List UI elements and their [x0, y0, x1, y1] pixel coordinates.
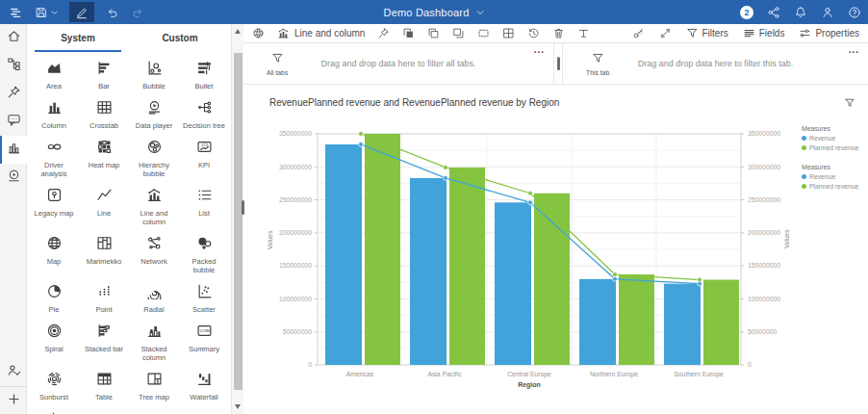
nav-play-data[interactable]: [0, 164, 27, 192]
legend-entry[interactable]: Planned revenue: [802, 144, 865, 151]
nav-comments[interactable]: [0, 108, 27, 136]
svg-text:50000000: 50000000: [748, 328, 777, 335]
save-button[interactable]: [34, 5, 59, 19]
viz-type-map[interactable]: Map: [29, 235, 79, 274]
legend-dot-icon: [802, 136, 806, 141]
viz-type-marimekko[interactable]: Marimekko: [79, 235, 129, 274]
filter-zone-divider[interactable]: [553, 43, 563, 84]
filter-zone-all-tabs[interactable]: All tabs Drag and drop data here to filt…: [243, 43, 553, 84]
expand-icon[interactable]: [659, 27, 672, 39]
viz-type-legacy-map[interactable]: Legacy map: [29, 187, 79, 226]
notifications-bell-icon[interactable]: [793, 5, 807, 19]
viz-type-stacked-bar[interactable]: Stacked bar: [79, 323, 129, 362]
viz-type-sunburst[interactable]: Sunburst: [29, 371, 79, 401]
overflow-menu-icon[interactable]: ...: [849, 44, 859, 55]
pin-icon[interactable]: [377, 27, 390, 39]
drill-key-icon[interactable]: [632, 27, 645, 39]
data-player-icon: [146, 99, 163, 119]
chart-plot[interactable]: 0050000000500000001000000001000000001500…: [243, 85, 868, 414]
tab-custom[interactable]: Custom: [129, 24, 231, 52]
viz-type-heat-map[interactable]: Heat map: [79, 139, 129, 178]
nav-bar-chart[interactable]: [0, 136, 27, 164]
nav-data-flow[interactable]: [0, 52, 27, 80]
viz-type-line-column[interactable]: Line and column: [129, 187, 179, 226]
legend-entry[interactable]: Planned revenue: [802, 183, 865, 190]
svg-text:150000000: 150000000: [279, 262, 312, 269]
scroll-down-arrow[interactable]: [235, 404, 241, 409]
filter-hint-this-tab: Drag and drop data here to filter this t…: [563, 59, 868, 68]
viz-type-crosstab[interactable]: Crosstab: [79, 99, 129, 130]
viz-type-pie[interactable]: Pie: [29, 283, 79, 314]
help-icon[interactable]: [847, 5, 861, 19]
widget-filter-funnel-icon[interactable]: [844, 95, 855, 113]
scroll-up-arrow[interactable]: [235, 29, 241, 34]
viz-type-radial[interactable]: Radial: [129, 283, 179, 314]
share-icon[interactable]: [766, 5, 780, 19]
viz-type-waterfall[interactable]: Waterfall: [179, 371, 229, 401]
viz-type-summary[interactable]: 123MSummary: [179, 323, 229, 362]
copy-icon[interactable]: [427, 27, 440, 39]
viz-type-area[interactable]: Area: [29, 60, 79, 91]
delete-trash-icon[interactable]: [552, 27, 565, 39]
fields-button[interactable]: Fields: [743, 27, 785, 39]
edit-mode-button[interactable]: [69, 2, 94, 22]
send-backward-icon[interactable]: [452, 27, 465, 39]
filter-prompt-icon[interactable]: [577, 27, 590, 39]
nav-home[interactable]: [0, 24, 27, 52]
dashboard-canvas: Line and column Filters Fields: [243, 24, 868, 414]
app-logo-icon[interactable]: [9, 5, 23, 19]
spiral-icon: [46, 323, 63, 343]
panel-scrollbar[interactable]: [231, 24, 243, 414]
viz-type-table[interactable]: Table: [79, 371, 129, 401]
viz-type-network[interactable]: Network: [129, 235, 179, 274]
change-visualization-button[interactable]: Line and column: [277, 27, 365, 39]
nav-plus[interactable]: [0, 386, 27, 414]
svg-text:300000000: 300000000: [279, 164, 312, 170]
properties-button[interactable]: Properties: [799, 27, 859, 39]
viz-type-kpi[interactable]: 123KPI: [179, 139, 229, 178]
viz-type-word-cloud[interactable]: Word cloud: [29, 410, 79, 414]
viz-type-column[interactable]: Column: [29, 99, 79, 130]
viz-type-hierarchy-bubble[interactable]: Hierarchy bubble: [129, 139, 179, 178]
viz-type-data-player[interactable]: Data player: [129, 99, 179, 130]
viz-type-list[interactable]: List: [179, 187, 229, 226]
globe-icon[interactable]: [252, 27, 265, 39]
chart-legend: MeasuresRevenuePlanned revenueMeasuresRe…: [802, 125, 865, 202]
viz-type-tree-map[interactable]: Tree map: [129, 371, 179, 401]
chart-widget[interactable]: 0050000000500000001000000001000000001500…: [243, 85, 868, 414]
viz-type-packed-bubble[interactable]: Packed bubble: [179, 235, 229, 274]
viz-type-decision-tree[interactable]: Decision tree: [179, 99, 229, 130]
layout-grid-icon[interactable]: [502, 27, 515, 39]
viz-type-driver-analysis[interactable]: Driver analysis: [29, 139, 79, 178]
panel-collapse-handle[interactable]: [242, 200, 244, 215]
redo-button[interactable]: [130, 5, 144, 19]
viz-type-bubble[interactable]: Bubble: [129, 60, 179, 91]
select-area-icon[interactable]: [477, 27, 490, 39]
viz-type-bullet[interactable]: Bullet: [179, 60, 229, 91]
history-icon[interactable]: [527, 27, 540, 39]
viz-type-bar[interactable]: Bar: [79, 60, 129, 91]
duplicate-icon[interactable]: [402, 27, 415, 39]
filters-button[interactable]: Filters: [686, 27, 728, 39]
undo-button[interactable]: [105, 5, 119, 19]
viz-type-scatter[interactable]: Scatter: [179, 283, 229, 314]
nav-person-check[interactable]: [0, 358, 27, 386]
save-chevron-icon[interactable]: [50, 5, 59, 19]
scroll-thumb[interactable]: [234, 53, 243, 390]
nav-pin[interactable]: [0, 80, 27, 108]
title-chevron-icon[interactable]: [475, 5, 485, 19]
advisor-badge[interactable]: 2: [740, 6, 753, 19]
bubble-icon: [146, 60, 163, 80]
viz-type-point[interactable]: Point: [79, 283, 129, 314]
account-person-icon[interactable]: [820, 5, 834, 19]
overflow-menu-icon[interactable]: ...: [534, 44, 545, 55]
filter-zone-this-tab[interactable]: This tab Drag and drop data here to filt…: [563, 43, 868, 84]
bar-chart-icon: [7, 141, 21, 159]
viz-type-line[interactable]: Line: [79, 187, 129, 226]
legend-entry[interactable]: Revenue: [802, 173, 865, 180]
viz-type-spiral[interactable]: Spiral: [29, 323, 79, 362]
legend-entry[interactable]: Revenue: [802, 135, 865, 142]
bar-icon: [96, 60, 113, 80]
tab-system[interactable]: System: [27, 24, 129, 52]
viz-type-stacked-column[interactable]: Stacked column: [129, 323, 179, 362]
